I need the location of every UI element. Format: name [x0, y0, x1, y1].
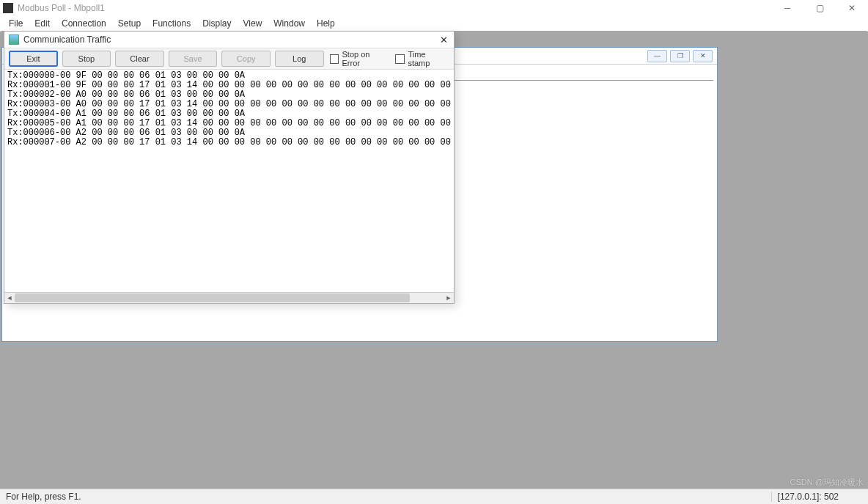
horizontal-scrollbar[interactable]: ◄ ► — [4, 292, 454, 303]
checkbox-box-icon — [395, 54, 405, 64]
close-button[interactable]: ✕ — [836, 0, 868, 16]
time-stamp-label: Time stamp — [408, 50, 449, 67]
mdi-client-area: — ❐ ✕ Communication Traffic ✕ Exit Stop … — [1, 31, 867, 489]
scroll-left-arrow-icon[interactable]: ◄ — [4, 293, 15, 303]
clear-button[interactable]: Clear — [115, 51, 164, 67]
dialog-close-button[interactable]: ✕ — [438, 34, 449, 45]
status-bar: For Help, press F1. [127.0.0.1]: 502 — [0, 489, 868, 504]
menu-window[interactable]: Window — [268, 17, 311, 30]
dialog-icon — [9, 34, 19, 45]
dialog-titlebar[interactable]: Communication Traffic ✕ — [4, 32, 454, 48]
stop-on-error-checkbox[interactable]: Stop on Error — [330, 50, 390, 67]
log-button[interactable]: Log — [275, 51, 324, 67]
child-minimize-button[interactable]: — — [647, 50, 667, 62]
status-connection-text: [127.0.0.1]: 502 — [771, 492, 868, 502]
stop-button[interactable]: Stop — [62, 51, 111, 67]
watermark-text: CSDN @玛知冷暖水 — [790, 477, 864, 488]
dialog-toolbar: Exit Stop Clear Save Copy Log Stop on Er… — [4, 48, 454, 70]
menu-file[interactable]: File — [3, 17, 29, 30]
checkbox-box-icon — [330, 54, 339, 64]
traffic-log-text: Tx:000000-00 9F 00 00 00 06 01 03 00 00 … — [4, 70, 454, 149]
menu-help[interactable]: Help — [311, 17, 341, 30]
stop-on-error-label: Stop on Error — [342, 50, 389, 67]
status-help-text: For Help, press F1. — [0, 492, 87, 502]
child-restore-button[interactable]: ❐ — [670, 50, 690, 62]
time-stamp-checkbox[interactable]: Time stamp — [395, 50, 449, 67]
menu-bar: File Edit Connection Setup Functions Dis… — [0, 16, 868, 32]
title-bar: Modbus Poll - Mbpoll1 ─ ▢ ✕ — [0, 0, 868, 16]
window-buttons: ─ ▢ ✕ — [771, 0, 868, 16]
menu-edit[interactable]: Edit — [29, 17, 56, 30]
scroll-right-arrow-icon[interactable]: ► — [444, 293, 454, 303]
dialog-title: Communication Traffic — [23, 34, 111, 45]
app-icon — [3, 3, 13, 13]
menu-connection[interactable]: Connection — [56, 17, 112, 30]
scroll-thumb[interactable] — [15, 293, 410, 302]
minimize-button[interactable]: ─ — [771, 0, 803, 16]
copy-button: Copy — [221, 51, 271, 67]
traffic-log-area[interactable]: Tx:000000-00 9F 00 00 00 06 01 03 00 00 … — [4, 70, 454, 292]
window-title: Modbus Poll - Mbpoll1 — [18, 3, 105, 13]
menu-functions[interactable]: Functions — [147, 17, 196, 30]
save-button: Save — [169, 51, 218, 67]
menu-display[interactable]: Display — [196, 17, 237, 30]
communication-traffic-dialog: Communication Traffic ✕ Exit Stop Clear … — [4, 31, 455, 304]
child-close-button[interactable]: ✕ — [693, 50, 713, 62]
exit-button[interactable]: Exit — [9, 51, 58, 67]
maximize-button[interactable]: ▢ — [803, 0, 836, 16]
menu-view[interactable]: View — [238, 17, 268, 30]
menu-setup[interactable]: Setup — [112, 17, 147, 30]
